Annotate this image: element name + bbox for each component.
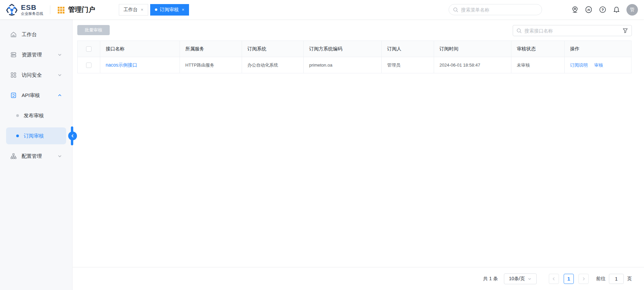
close-icon[interactable]: × [182, 7, 185, 12]
server-stack-icon [10, 51, 17, 58]
main-content: 批量审核 [73, 19, 644, 290]
sidebar-item-workbench[interactable]: 工作台 [6, 26, 66, 43]
subscription-detail-link[interactable]: 订阅说明 [570, 63, 588, 68]
subscription-review-table: 接口名称 所属服务 订阅系统 订阅方系统编码 订阅人 订阅时间 审核状态 操作 … [77, 41, 632, 73]
table-header-row: 接口名称 所属服务 订阅系统 订阅方系统编码 订阅人 订阅时间 审核状态 操作 [78, 41, 632, 57]
sidebar-collapse-handle[interactable] [71, 126, 74, 145]
collapse-chevron-left-icon[interactable] [68, 131, 77, 140]
document-check-icon [10, 92, 17, 99]
header-divider [50, 5, 50, 14]
chevron-down-icon [57, 154, 62, 159]
tab-workbench[interactable]: 工作台 × [119, 4, 148, 16]
ai-assistant-icon[interactable]: AI [585, 6, 592, 14]
svg-text:?: ? [601, 8, 604, 12]
tab-label: 工作台 [124, 7, 138, 13]
sidebar-item-label: API审核 [22, 92, 57, 99]
logo-title: ESB [21, 4, 43, 11]
search-icon [516, 28, 522, 33]
logo-subtitle: 企业服务总线 [21, 12, 43, 16]
apps-grid-icon [10, 72, 17, 78]
portal-title: 管理门户 [68, 5, 95, 14]
help-icon[interactable]: ? [599, 6, 606, 14]
location-pin-icon[interactable] [571, 6, 579, 14]
page-number-button[interactable]: 1 [564, 274, 574, 284]
search-icon [453, 7, 458, 13]
header-actions: AI ? 管 [571, 4, 638, 16]
esb-logo-text: ESB 企业服务总线 [21, 4, 43, 16]
sidebar-item-label: 配置管理 [22, 153, 57, 160]
column-header-actions: 操作 [565, 41, 632, 57]
sidebar-item-label: 资源管理 [22, 52, 57, 58]
column-header-subscriber: 订阅人 [382, 41, 434, 57]
table-row: nacos示例接口 HTTP路由服务 办公自动化系统 primeton.oa 管… [78, 57, 632, 73]
home-icon [10, 31, 17, 38]
sidebar-item-label: 工作台 [22, 31, 62, 38]
page-unit-label: 页 [627, 276, 632, 282]
batch-review-button[interactable]: 批量审核 [77, 25, 110, 35]
prev-page-button[interactable] [549, 274, 559, 284]
column-header-service: 所属服务 [180, 41, 242, 57]
sidebar-item-access-security[interactable]: 访问安全 [6, 67, 66, 83]
page-size-select[interactable]: 10条/页 [504, 273, 537, 284]
app-window: ESB 企业服务总线 管理门户 工作台 × 订阅审核 [0, 0, 644, 290]
cell-subscribing-system: 办公自动化系统 [242, 57, 304, 73]
user-avatar[interactable]: 管 [626, 4, 638, 16]
menu-search-input[interactable] [461, 7, 538, 13]
column-header-interface-name: 接口名称 [100, 41, 180, 57]
column-header-subscribing-system: 订阅系统 [242, 41, 304, 57]
sidebar-item-subscription-review[interactable]: 订阅审核 [6, 127, 66, 144]
sidebar-item-api-review[interactable]: API审核 [6, 87, 66, 104]
goto-label: 前往 [596, 276, 606, 282]
chevron-down-icon [528, 277, 532, 281]
sidebar-item-label: 访问安全 [22, 72, 57, 78]
goto-page-input[interactable] [609, 274, 624, 284]
esb-logo: ESB 企业服务总线 [0, 3, 43, 16]
row-checkbox[interactable] [86, 63, 91, 68]
tab-subscription-review[interactable]: 订阅审核 × [150, 4, 189, 16]
svg-text:AI: AI [587, 8, 590, 11]
tab-bar: 工作台 × 订阅审核 × [119, 4, 189, 16]
top-header: ESB 企业服务总线 管理门户 工作台 × 订阅审核 [0, 0, 644, 19]
table-toolbar: 批量审核 [77, 25, 632, 36]
grid-icon [57, 6, 65, 14]
portal-brand: 管理门户 [57, 5, 95, 14]
active-tab-dot [155, 8, 157, 11]
cell-subscribe-time: 2024-06-01 18:58:47 [434, 57, 511, 73]
cell-system-code: primeton.oa [304, 57, 382, 73]
next-page-button[interactable] [579, 274, 589, 284]
cell-service: HTTP路由服务 [180, 57, 242, 73]
review-link[interactable]: 审核 [594, 63, 603, 68]
bullet-dot-icon [16, 114, 19, 117]
interface-search-box[interactable] [513, 25, 632, 36]
sidebar-item-resources[interactable]: 资源管理 [6, 46, 66, 63]
column-header-system-code: 订阅方系统编码 [304, 41, 382, 57]
bullet-dot-icon [16, 135, 19, 137]
tab-label: 订阅审核 [160, 7, 179, 13]
sidebar-item-config[interactable]: 配置管理 [6, 148, 66, 165]
chevron-down-icon [57, 52, 62, 57]
cell-subscriber: 管理员 [382, 57, 434, 73]
chevron-left-icon [552, 277, 556, 281]
sidebar-nav: 工作台 资源管理 [0, 19, 73, 290]
interface-search-input[interactable] [525, 28, 622, 33]
select-all-checkbox[interactable] [86, 46, 91, 52]
esb-logo-icon [5, 3, 18, 16]
column-header-review-status: 审核状态 [511, 41, 565, 57]
interface-name-link[interactable]: nacos示例接口 [106, 62, 137, 68]
chevron-up-icon [57, 93, 62, 98]
menu-search-box[interactable] [449, 4, 542, 15]
sidebar-item-publish-review[interactable]: 发布审核 [6, 107, 66, 124]
page-size-value: 10条/页 [509, 276, 525, 282]
chevron-down-icon [57, 73, 62, 77]
pagination-bar: 共 1 条 10条/页 1 前 [73, 267, 644, 290]
column-header-subscribe-time: 订阅时间 [434, 41, 511, 57]
chevron-right-icon [582, 277, 586, 281]
filter-funnel-icon[interactable] [622, 28, 628, 33]
sidebar-item-label: 发布审核 [24, 113, 62, 119]
sidebar-item-label: 订阅审核 [24, 133, 62, 139]
notification-bell-icon[interactable] [613, 6, 620, 14]
cell-review-status: 未审核 [511, 57, 565, 73]
sitemap-icon [10, 153, 17, 160]
total-count-label: 共 1 条 [483, 276, 498, 282]
close-icon[interactable]: × [141, 7, 143, 12]
